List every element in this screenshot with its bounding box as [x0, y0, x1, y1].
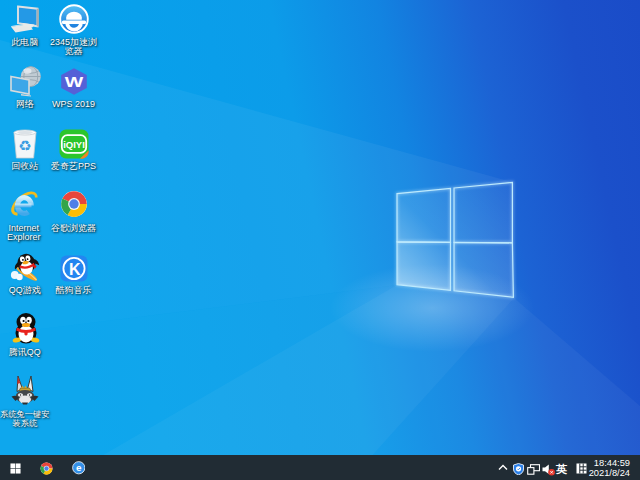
svg-text:K: K — [69, 260, 81, 277]
svg-text:♻: ♻ — [18, 137, 31, 154]
svg-text:W: W — [65, 73, 84, 90]
svg-text:e: e — [76, 462, 82, 473]
svg-text:iQIYI: iQIYI — [63, 139, 85, 150]
